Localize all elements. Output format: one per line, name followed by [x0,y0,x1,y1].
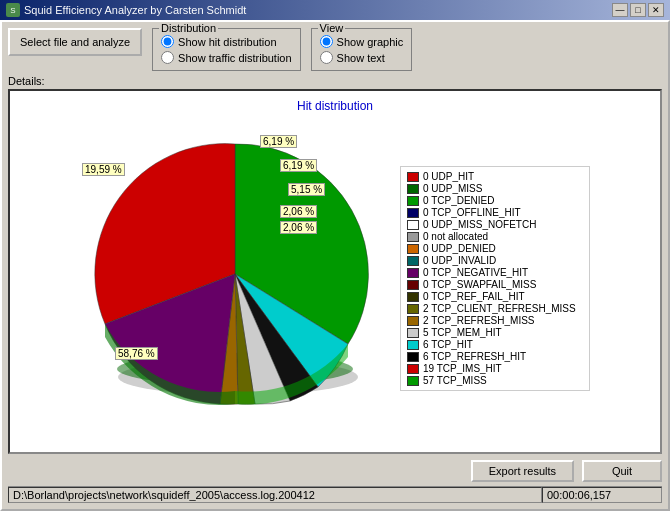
legend-label: 0 TCP_REF_FAIL_HIT [423,291,525,302]
legend-item: 0 UDP_MISS_NOFETCH [407,219,583,230]
legend-label: 2 TCP_CLIENT_REFRESH_MISS [423,303,576,314]
legend-label: 6 TCP_HIT [423,339,473,350]
legend-label: 0 UDP_INVALID [423,255,496,266]
legend-label: 0 TCP_OFFLINE_HIT [423,207,521,218]
details-label: Details: [8,75,662,87]
legend-item: 57 TCP_MISS [407,375,583,386]
legend-label: 0 UDP_MISS_NOFETCH [423,219,536,230]
legend-color-swatch [407,256,419,266]
pie-label-4: 2,06 % [280,205,317,217]
legend-color-swatch [407,244,419,254]
toolbar: Select file and analyze Distribution Sho… [8,28,662,71]
legend-label: 0 UDP_HIT [423,171,474,182]
window-controls[interactable]: — □ ✕ [612,3,664,17]
pie-label-3: 5,15 % [288,183,325,195]
view-legend: View [318,22,346,34]
legend-label: 0 TCP_SWAPFAIL_MISS [423,279,536,290]
show-text-radio[interactable] [320,51,333,64]
status-path: D:\Borland\projects\network\squideff_200… [8,487,542,503]
legend-color-swatch [407,184,419,194]
legend-item: 0 UDP_INVALID [407,255,583,266]
legend-color-swatch [407,340,419,350]
app-icon: S [6,3,20,17]
legend-label: 0 UDP_DENIED [423,243,496,254]
quit-button[interactable]: Quit [582,460,662,482]
pie-label-2: 6,19 % [280,159,317,171]
legend-color-swatch [407,268,419,278]
show-graphic-option[interactable]: Show graphic [320,35,404,48]
status-bar: D:\Borland\projects\network\squideff_200… [8,486,662,503]
view-options: Show graphic Show text [320,35,404,64]
pie-label-5: 2,06 % [280,221,317,233]
distribution-legend: Distribution [159,22,218,34]
legend-color-swatch [407,304,419,314]
legend-item: 0 TCP_SWAPFAIL_MISS [407,279,583,290]
legend-item: 0 UDP_HIT [407,171,583,182]
chart-container: 6,19 % 6,19 % 5,15 % 2,06 % 2,06 % 19,59… [10,113,660,444]
show-hit-distribution-option[interactable]: Show hit distribution [161,35,292,48]
legend-item: 6 TCP_HIT [407,339,583,350]
legend-item: 0 TCP_DENIED [407,195,583,206]
legend-label: 6 TCP_REFRESH_HIT [423,351,526,362]
legend-color-swatch [407,280,419,290]
legend-label: 2 TCP_REFRESH_MISS [423,315,535,326]
bottom-bar: Export results Quit [8,458,662,484]
legend-item: 0 UDP_MISS [407,183,583,194]
legend-item: 2 TCP_REFRESH_MISS [407,315,583,326]
view-group: View Show graphic Show text [311,28,413,71]
legend-color-swatch [407,376,419,386]
legend-item: 5 TCP_MEM_HIT [407,327,583,338]
legend-item: 6 TCP_REFRESH_HIT [407,351,583,362]
legend-item: 0 UDP_DENIED [407,243,583,254]
legend-label: 0 not allocated [423,231,488,242]
distribution-options: Show hit distribution Show traffic distr… [161,35,292,64]
legend-color-swatch [407,232,419,242]
legend-color-swatch [407,208,419,218]
pie-chart [80,129,400,429]
distribution-group: Distribution Show hit distribution Show … [152,28,301,71]
legend-item: 2 TCP_CLIENT_REFRESH_MISS [407,303,583,314]
legend-color-swatch [407,328,419,338]
pie-label-7: 58,76 % [115,347,158,359]
select-file-button[interactable]: Select file and analyze [8,28,142,56]
legend-item: 0 TCP_NEGATIVE_HIT [407,267,583,278]
show-text-option[interactable]: Show text [320,51,404,64]
status-time: 00:00:06,157 [542,487,662,503]
legend-color-swatch [407,316,419,326]
window-title: Squid Efficiency Analyzer by Carsten Sch… [24,4,246,16]
legend-color-swatch [407,352,419,362]
legend-label: 19 TCP_IMS_HIT [423,363,502,374]
legend-color-swatch [407,196,419,206]
legend-color-swatch [407,364,419,374]
legend-label: 57 TCP_MISS [423,375,487,386]
legend-label: 5 TCP_MEM_HIT [423,327,502,338]
legend-label: 0 TCP_NEGATIVE_HIT [423,267,528,278]
legend-label: 0 UDP_MISS [423,183,482,194]
title-bar: S Squid Efficiency Analyzer by Carsten S… [0,0,670,20]
legend-color-swatch [407,172,419,182]
main-window: Select file and analyze Distribution Sho… [0,20,670,511]
show-traffic-distribution-radio[interactable] [161,51,174,64]
content-area: Hit distribution [8,89,662,454]
export-results-button[interactable]: Export results [471,460,574,482]
close-button[interactable]: ✕ [648,3,664,17]
minimize-button[interactable]: — [612,3,628,17]
legend-color-swatch [407,292,419,302]
legend-label: 0 TCP_DENIED [423,195,495,206]
maximize-button[interactable]: □ [630,3,646,17]
chart-title: Hit distribution [10,99,660,113]
pie-wrapper: 6,19 % 6,19 % 5,15 % 2,06 % 2,06 % 19,59… [80,129,400,429]
legend-color-swatch [407,220,419,230]
pie-label-1: 6,19 % [260,135,297,147]
show-hit-distribution-radio[interactable] [161,35,174,48]
legend-item: 19 TCP_IMS_HIT [407,363,583,374]
show-graphic-radio[interactable] [320,35,333,48]
legend-item: 0 TCP_REF_FAIL_HIT [407,291,583,302]
show-traffic-distribution-option[interactable]: Show traffic distribution [161,51,292,64]
pie-label-6: 19,59 % [82,163,125,175]
legend-item: 0 TCP_OFFLINE_HIT [407,207,583,218]
legend-item: 0 not allocated [407,231,583,242]
chart-legend: 0 UDP_HIT0 UDP_MISS0 TCP_DENIED0 TCP_OFF… [400,166,590,391]
